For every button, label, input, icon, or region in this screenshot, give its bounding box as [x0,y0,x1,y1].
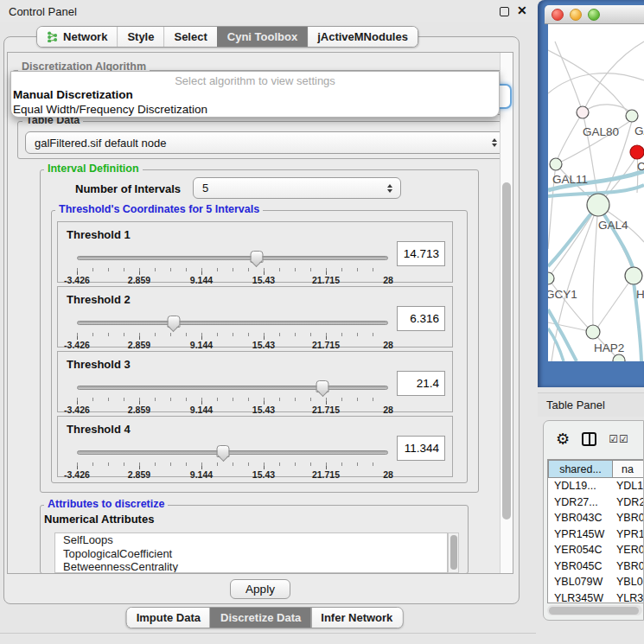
node-gcy1[interactable] [548,272,554,284]
tick-label: -3.426 [64,275,90,285]
select-checkboxes-icon[interactable]: ☑☑ [609,433,629,445]
attribute-list-item[interactable]: BetweennessCentrality [55,560,447,573]
stepper-icon [492,138,497,147]
threshold-3-slider[interactable]: -3.4262.8599.14415.4321.71528 [77,379,388,412]
float-window-icon[interactable] [500,7,509,16]
tick-label: 15.43 [252,405,275,415]
tab-cyni-toolbox[interactable]: Cyni Toolbox [217,27,307,47]
columns-icon[interactable] [582,432,596,446]
interval-definition-title: Interval Definition [44,163,143,175]
node-hap2[interactable] [586,325,600,339]
tick-label: 28 [383,469,393,480]
cell-name[interactable]: YER0 [613,544,644,556]
column-header-name[interactable]: na [613,460,644,478]
threshold-2-label: Threshold 2 [67,293,131,306]
tab-infer-network[interactable]: Infer Network [310,608,402,628]
cell-shared-name[interactable]: YPR145W [548,528,613,540]
tab-impute-data[interactable]: Impute Data [127,608,210,628]
option-equal-width-frequency[interactable]: Equal Width/Frequency Discretization [11,102,499,117]
apply-button[interactable]: Apply [230,579,290,599]
node-gal80[interactable] [577,106,589,118]
tab-discretize-data[interactable]: Discretize Data [210,608,310,628]
table-panel-title: Table Panel [546,399,605,411]
slider-ticks [77,268,388,275]
cell-shared-name[interactable]: YBR045C [548,560,613,572]
table-row[interactable]: YDL19...YDL1 [548,478,644,494]
table-row[interactable]: YDR27...YDR2 [548,494,644,511]
threshold-1-value-field[interactable] [397,241,445,266]
attribute-list-item[interactable]: TopologicalCoefficient [55,547,447,561]
table-row[interactable]: YPR145WYPR1 [548,526,644,543]
settings-vertical-scrollbar[interactable] [500,53,513,573]
zoom-traffic-light-icon[interactable] [588,9,600,21]
cell-shared-name[interactable]: YER054C [548,544,613,556]
node-selected-red[interactable] [630,145,644,159]
slider-handle[interactable] [217,445,230,461]
tick-label: 15.43 [252,340,275,350]
cell-name[interactable]: YDL1 [613,480,644,492]
node-gal4[interactable] [587,194,609,216]
gear-icon[interactable]: ⚙ [556,431,570,447]
tab-style[interactable]: Style [117,27,163,47]
threshold-4-slider[interactable]: -3.4262.8599.14415.4321.71528 [77,444,388,477]
table-row[interactable]: YLR345WYLR3 [548,590,644,604]
threshold-3-value-field[interactable] [397,371,445,396]
threshold-3-label: Threshold 3 [67,358,131,371]
table-data-combo[interactable]: galFiltered.sif default node [25,131,506,154]
tab-select[interactable]: Select [163,27,216,47]
tab-network[interactable]: Network [37,27,117,47]
cell-name[interactable]: YPR1 [613,528,644,540]
column-header-shared-name[interactable]: shared... [548,460,613,478]
cell-shared-name[interactable]: YDR27... [548,496,613,508]
close-icon[interactable]: ✕ [517,3,527,17]
table-horizontal-scrollbar[interactable] [547,605,642,615]
table-row[interactable]: YBL079WYBL0 [548,574,644,590]
node-gal11[interactable] [550,158,562,170]
cell-name[interactable]: YBR0 [613,560,644,572]
threshold-1-slider[interactable]: -3.4262.8599.14415.4321.71528 [77,250,388,283]
number-of-intervals-combo[interactable]: 5 [193,177,401,199]
table-row[interactable]: YBR043CYBR0 [548,510,644,526]
slider-handle[interactable] [167,316,180,331]
threshold-4-value-field[interactable] [397,436,445,461]
network-canvas[interactable]: GAL80 GA C GAL11 GAL4 GCY1 H HAP2 [548,24,644,361]
node-h[interactable] [625,267,642,284]
tick-label: 28 [383,405,393,415]
label-hap2: HAP2 [594,341,624,354]
threshold-2-value-field[interactable] [397,306,445,331]
slider-handle[interactable] [316,380,329,396]
threshold-2-slider[interactable]: -3.4262.8599.14415.4321.71528 [77,315,388,348]
table-row[interactable]: YBR045CYBR0 [548,558,644,575]
table-panel-titlebar: Table Panel [538,392,644,417]
option-manual-discretization[interactable]: Manual Discretization [11,87,499,102]
scrollbar-thumb[interactable] [502,182,511,520]
slider-handle[interactable] [250,251,263,266]
node-table[interactable]: shared... na YDL19...YDL1YDR27...YDR2YBR… [547,459,644,603]
table-row[interactable]: YER054CYER0 [548,542,644,558]
cell-shared-name[interactable]: YBL079W [548,576,613,588]
tab-impute-label: Impute Data [137,611,201,624]
cell-name[interactable]: YLR3 [613,592,644,603]
slider-track[interactable] [77,321,388,325]
slider-track[interactable] [77,386,388,390]
slider-track[interactable] [77,450,388,455]
slider-track[interactable] [77,256,388,260]
tick-label: -3.426 [64,405,90,415]
tab-jactivemnodules[interactable]: jActiveMNodules [307,27,418,47]
close-traffic-light-icon[interactable] [552,9,564,21]
node-top-right[interactable] [626,110,638,122]
numerical-attributes-list[interactable]: SelfLoopsTopologicalCoefficientBetweenne… [54,532,448,573]
attribute-list-item[interactable]: SelfLoops [55,533,447,547]
cell-name[interactable]: YDR2 [613,496,644,508]
bottom-tab-bar: Impute Data Discretize Data Infer Networ… [126,607,404,628]
cell-name[interactable]: YBR0 [613,512,644,524]
cell-name[interactable]: YBL0 [613,576,644,588]
threshold-4-panel: Threshold 4 -3.4262.8599.14415.4321.7152… [57,416,453,477]
scrollbar-thumb[interactable] [549,607,639,615]
cell-shared-name[interactable]: YBR043C [548,512,613,524]
node-bottom[interactable] [613,354,625,361]
cell-shared-name[interactable]: YLR345W [548,592,613,603]
minimize-traffic-light-icon[interactable] [570,9,582,21]
attributes-list-scrollbar[interactable] [448,532,459,573]
cell-shared-name[interactable]: YDL19... [548,480,613,492]
